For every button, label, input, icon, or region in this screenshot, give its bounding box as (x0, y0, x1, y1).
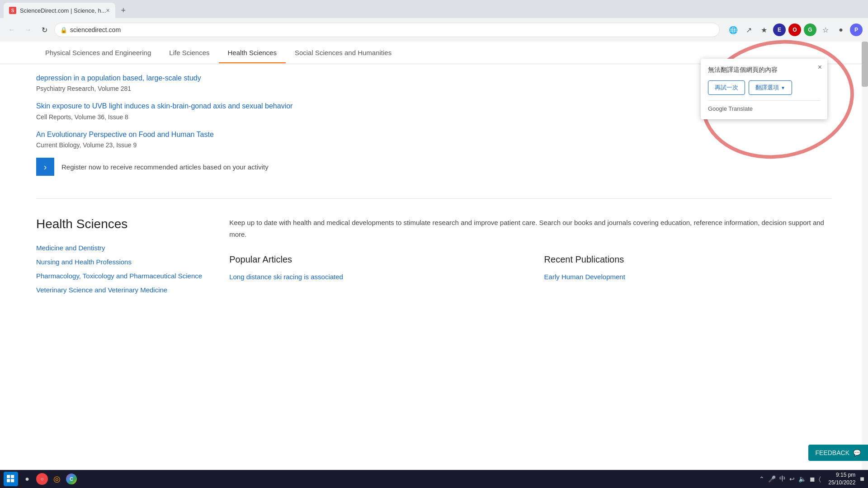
chevron-down-icon: ▼ (781, 85, 785, 90)
svg-rect-2 (7, 479, 10, 482)
svg-rect-3 (11, 479, 14, 482)
back-button[interactable]: ← (5, 23, 18, 36)
link-medicine-dentistry[interactable]: Medicine and Dentistry (36, 244, 202, 252)
star-icon[interactable]: ☆ (819, 23, 832, 36)
popular-article-1[interactable]: Long distance ski racing is associated (229, 272, 517, 282)
article-link-1[interactable]: depression in a population based, large-… (36, 73, 353, 83)
monitor-icon[interactable]: ◼ (810, 475, 815, 483)
feedback-icon: 💬 (853, 449, 861, 456)
translate-divider (708, 100, 820, 101)
taskbar-chrome[interactable]: ○ (36, 473, 48, 485)
recent-publications-title: Recent Publications (544, 254, 832, 265)
taskbar-firefox[interactable]: ◎ (51, 473, 63, 485)
notification-icon[interactable]: ■ (860, 475, 864, 483)
reload-button[interactable]: ↻ (38, 23, 51, 36)
popular-articles-col: Popular Articles Long distance ski racin… (229, 254, 517, 282)
articles-section: depression in a population based, large-… (36, 64, 353, 198)
forward-button[interactable]: → (22, 23, 34, 36)
undo-icon[interactable]: ↩ (789, 475, 795, 483)
lock-icon: 🔒 (60, 27, 67, 33)
nav-life-sciences[interactable]: Life Sciences (160, 42, 218, 63)
url-bar[interactable]: 🔒 sciencedirect.com (54, 23, 720, 37)
health-sciences-title: Health Sciences (36, 217, 202, 231)
translate-google-label: Google Translate (708, 105, 820, 112)
translate-buttons: 再試一次 翻譯選項 ▼ (708, 80, 820, 95)
lang-icon[interactable]: 中 (779, 475, 786, 483)
toolbar-icons: 🌐 ↗ ★ E O G ☆ ● P (727, 23, 863, 36)
articles-grid: Popular Articles Long distance ski racin… (229, 254, 832, 282)
nav-physical-sciences[interactable]: Physical Sciences and Engineering (36, 42, 160, 63)
article-link-2[interactable]: Skin exposure to UVB light induces a ski… (36, 101, 353, 111)
health-right-panel: Keep up to date with health and medical … (229, 217, 832, 300)
browser-frame: S ScienceDirect.com | Science, h... × + … (0, 0, 868, 42)
taskbar-right: ⌃ 🎤 中 ↩ 🔈 ◼ 〈 9:15 pm 25/10/2022 ■ (759, 471, 864, 487)
recent-publications-col: Recent Publications Early Human Developm… (544, 254, 832, 282)
article-meta-3: Current Biology, Volume 23, Issue 9 (36, 141, 353, 149)
chevron-up-icon[interactable]: ⌃ (759, 475, 764, 483)
link-nursing-health[interactable]: Nursing and Health Professions (36, 258, 202, 266)
nav-health-sciences[interactable]: Health Sciences (219, 42, 286, 63)
tab-favicon: S (9, 7, 16, 14)
link-pharmacology[interactable]: Pharmacology, Toxicology and Pharmaceuti… (36, 272, 202, 280)
clock-time: 9:15 pm (836, 471, 855, 479)
tab-title: ScienceDirect.com | Science, h... (20, 7, 106, 14)
more-icon[interactable]: ● (835, 23, 847, 36)
health-sciences-section: Health Sciences Medicine and Dentistry N… (0, 199, 868, 300)
nav-social-sciences[interactable]: Social Sciences and Humanities (286, 42, 401, 63)
start-button[interactable] (4, 472, 18, 486)
extension-icon-2[interactable]: O (788, 23, 801, 36)
register-box: › Register now to receive recommended ar… (36, 158, 353, 176)
taskbar: ● ○ ◎ C ⌃ 🎤 中 ↩ 🔈 ◼ 〈 9:15 pm 25/10/2022… (0, 470, 868, 488)
extension-icon-3[interactable]: G (804, 23, 816, 36)
register-button[interactable]: › (36, 158, 54, 176)
link-veterinary[interactable]: Veterinary Science and Veterinary Medici… (36, 286, 202, 294)
translate-options-button[interactable]: 翻譯選項 ▼ (749, 80, 792, 95)
article-link-3[interactable]: An Evolutionary Perspective on Food and … (36, 130, 353, 140)
svg-rect-0 (7, 475, 10, 478)
taskbar-clock: 9:15 pm 25/10/2022 (828, 471, 855, 487)
feedback-label: FEEDBACK (816, 449, 849, 456)
active-tab[interactable]: S ScienceDirect.com | Science, h... × (4, 3, 115, 18)
url-text: sciencedirect.com (70, 26, 121, 33)
svg-rect-1 (11, 475, 14, 478)
article-meta-2: Cell Reports, Volume 36, Issue 8 (36, 113, 353, 121)
popular-articles-title: Popular Articles (229, 254, 517, 265)
feedback-button[interactable]: FEEDBACK 💬 (808, 445, 868, 461)
health-left-panel: Health Sciences Medicine and Dentistry N… (36, 217, 202, 300)
translate-title: 無法翻譯這個網頁的內容 (708, 66, 820, 74)
bookmark-icon[interactable]: ★ (758, 23, 770, 36)
translate-popup: × 無法翻譯這個網頁的內容 再試一次 翻譯選項 ▼ Google Transla… (701, 59, 827, 119)
tab-bar: S ScienceDirect.com | Science, h... × + (0, 0, 868, 18)
clock-date: 25/10/2022 (828, 479, 855, 487)
tab-close-button[interactable]: × (106, 7, 110, 14)
speaker-icon[interactable]: 🔈 (798, 475, 806, 483)
scrollbar[interactable] (862, 42, 868, 470)
translate-icon[interactable]: 🌐 (727, 23, 740, 36)
mic-icon: 🎤 (768, 475, 776, 483)
network-icon[interactable]: 〈 (819, 475, 821, 483)
new-tab-button[interactable]: + (117, 4, 130, 17)
translate-close-button[interactable]: × (818, 63, 822, 71)
taskbar-sys-icons: ⌃ 🎤 中 ↩ 🔈 ◼ 〈 (759, 475, 821, 483)
register-text: Register now to receive recommended arti… (61, 163, 269, 171)
health-description: Keep up to date with health and medical … (229, 217, 832, 240)
article-meta-1: Psychiatry Research, Volume 281 (36, 85, 353, 92)
profile-icon[interactable]: P (850, 23, 863, 36)
address-bar: ← → ↻ 🔒 sciencedirect.com 🌐 ↗ ★ E O G ☆ … (0, 18, 868, 42)
taskbar-chrome2[interactable]: C (66, 474, 77, 484)
extension-icon-1[interactable]: E (773, 23, 786, 36)
taskbar-search[interactable]: ● (21, 473, 33, 485)
recent-publication-1[interactable]: Early Human Development (544, 272, 832, 282)
scrollbar-thumb[interactable] (862, 42, 868, 87)
share-icon[interactable]: ↗ (742, 23, 755, 36)
translate-retry-button[interactable]: 再試一次 (708, 80, 745, 95)
